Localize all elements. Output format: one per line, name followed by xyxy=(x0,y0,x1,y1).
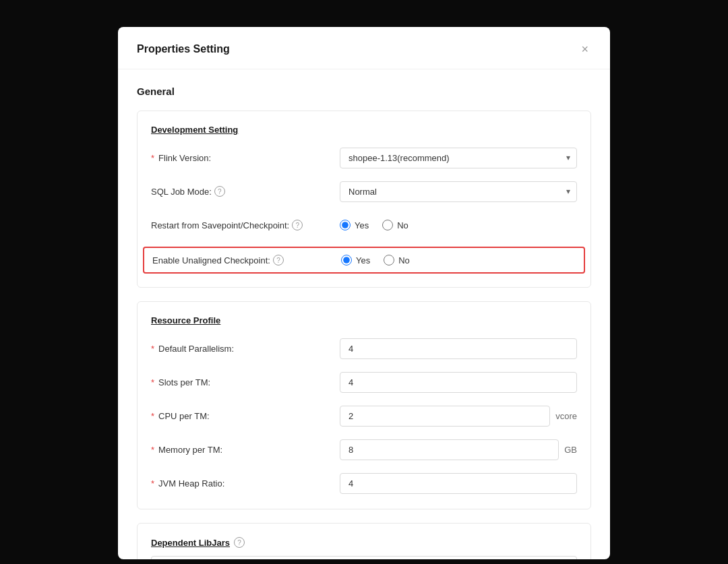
enable-unaligned-checkpoint-label: Enable Unaligned Checkpoint: ? xyxy=(152,255,341,265)
modal-header: Properties Setting × xyxy=(118,27,610,69)
flink-version-select-wrapper: shopee-1.13(recommend) ▾ xyxy=(340,148,577,168)
unaligned-checkpoint-radio-group: Yes No xyxy=(341,255,576,265)
resource-profile-card: Resource Profile * Default Parallelism: … xyxy=(137,301,591,509)
properties-setting-modal: Properties Setting × General Development… xyxy=(118,27,610,559)
slots-per-tm-row: * Slots per TM: xyxy=(151,370,577,394)
sql-job-mode-select-wrapper: Normal ▾ xyxy=(340,181,577,202)
restart-savepoint-help-icon[interactable]: ? xyxy=(292,220,303,230)
restart-savepoint-row: Restart from Savepoint/Checkpoint: ? Yes… xyxy=(151,213,577,237)
flink-version-select[interactable]: shopee-1.13(recommend) xyxy=(340,148,577,168)
restart-savepoint-yes-radio[interactable] xyxy=(340,220,351,230)
restart-savepoint-label: Restart from Savepoint/Checkpoint: ? xyxy=(151,220,340,230)
memory-unit-label: GB xyxy=(564,445,577,455)
slots-per-tm-label: * Slots per TM: xyxy=(151,377,340,387)
dependent-libjars-title: Dependent LibJars xyxy=(151,538,230,548)
jvm-heap-ratio-row: * JVM Heap Ratio: xyxy=(151,471,577,495)
modal-body: General Development Setting * Flink Vers… xyxy=(118,69,610,559)
restart-savepoint-yes-label[interactable]: Yes xyxy=(340,220,369,230)
sql-job-mode-select[interactable]: Normal xyxy=(340,181,577,202)
cpu-per-tm-control: vcore xyxy=(340,406,577,427)
slots-per-tm-input[interactable] xyxy=(340,372,577,393)
modal-title: Properties Setting xyxy=(137,43,230,55)
required-star: * xyxy=(151,377,154,387)
jvm-heap-ratio-label: * JVM Heap Ratio: xyxy=(151,478,340,489)
default-parallelism-label: * Default Parallelism: xyxy=(151,344,340,354)
required-star: * xyxy=(151,445,154,455)
slots-per-tm-control xyxy=(340,372,577,393)
cpu-per-tm-row: * CPU per TM: vcore xyxy=(151,404,577,428)
restart-savepoint-no-radio[interactable] xyxy=(382,220,393,230)
jvm-heap-ratio-control xyxy=(340,473,577,494)
memory-per-tm-row: * Memory per TM: GB xyxy=(151,437,577,462)
restart-savepoint-no-label[interactable]: No xyxy=(382,220,408,230)
unaligned-checkpoint-yes-radio[interactable] xyxy=(341,255,352,265)
libjars-tag-input[interactable]: very-big-state-01.jar × xyxy=(151,556,577,559)
required-star: * xyxy=(151,153,154,163)
libjars-help-icon[interactable]: ? xyxy=(234,537,245,548)
unaligned-checkpoint-no-label[interactable]: No xyxy=(384,255,410,265)
unaligned-checkpoint-yes-label[interactable]: Yes xyxy=(341,255,370,265)
default-parallelism-input[interactable] xyxy=(340,338,577,359)
dependent-libjars-title-row: Dependent LibJars ? xyxy=(151,537,577,548)
jvm-heap-ratio-input[interactable] xyxy=(340,473,577,494)
memory-per-tm-control: GB xyxy=(340,439,577,460)
required-star: * xyxy=(151,411,154,421)
unaligned-checkpoint-control: Yes No xyxy=(341,255,576,265)
development-setting-card: Development Setting * Flink Version: sho… xyxy=(137,111,591,288)
required-star: * xyxy=(151,478,154,489)
memory-per-tm-label: * Memory per TM: xyxy=(151,445,340,455)
cpu-unit-label: vcore xyxy=(555,411,577,421)
close-button[interactable]: × xyxy=(578,40,591,58)
sql-job-mode-label: SQL Job Mode: ? xyxy=(151,186,340,197)
dependent-libjars-card: Dependent LibJars ? very-big-state-01.ja… xyxy=(137,523,591,559)
restart-savepoint-control: Yes No xyxy=(340,220,577,230)
required-star: * xyxy=(151,344,154,354)
development-setting-title: Development Setting xyxy=(151,125,577,135)
restart-savepoint-radio-group: Yes No xyxy=(340,220,577,230)
enable-unaligned-checkpoint-row: Enable Unaligned Checkpoint: ? Yes No xyxy=(143,247,585,274)
sql-job-mode-help-icon[interactable]: ? xyxy=(214,186,225,197)
unaligned-checkpoint-no-radio[interactable] xyxy=(384,255,394,265)
default-parallelism-row: * Default Parallelism: xyxy=(151,336,577,361)
unaligned-checkpoint-help-icon[interactable]: ? xyxy=(273,255,284,265)
flink-version-label: * Flink Version: xyxy=(151,153,340,163)
flink-version-row: * Flink Version: shopee-1.13(recommend) … xyxy=(151,146,577,170)
general-section-title: General xyxy=(137,86,591,97)
modal-overlay: Properties Setting × General Development… xyxy=(0,0,728,564)
cpu-per-tm-input[interactable] xyxy=(340,406,550,427)
cpu-per-tm-label: * CPU per TM: xyxy=(151,411,340,421)
default-parallelism-control xyxy=(340,338,577,359)
memory-per-tm-input[interactable] xyxy=(340,439,559,460)
sql-job-mode-row: SQL Job Mode: ? Normal ▾ xyxy=(151,179,577,203)
resource-profile-title: Resource Profile xyxy=(151,315,577,325)
